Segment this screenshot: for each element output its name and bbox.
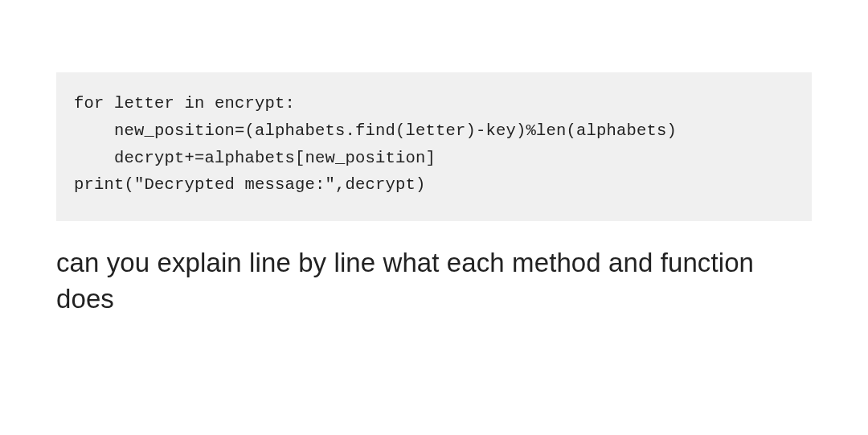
code-line-4: print("Decrypted message:",decrypt) — [74, 171, 794, 199]
code-line-1: for letter in encrypt: — [74, 90, 794, 117]
code-line-3: decrypt+=alphabets[new_position] — [74, 145, 794, 172]
code-line-2: new_position=(alphabets.find(letter)-key… — [74, 117, 794, 145]
question-text: can you explain line by line what each m… — [56, 245, 812, 317]
code-block: for letter in encrypt: new_position=(alp… — [56, 72, 812, 221]
